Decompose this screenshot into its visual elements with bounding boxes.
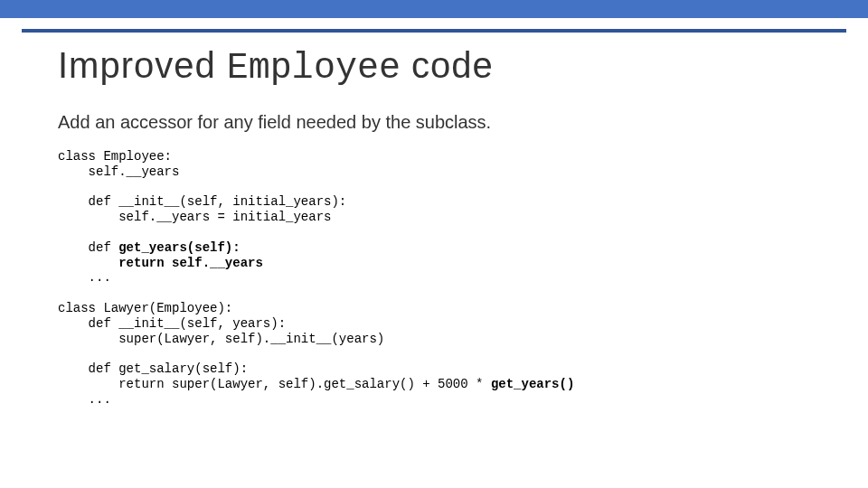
title-mono: Employee: [227, 48, 401, 89]
code-line-part: def: [58, 240, 118, 255]
subtitle: Add an accessor for any field needed by …: [58, 112, 810, 133]
code-line: def __init__(self, initial_years):: [58, 194, 346, 209]
code-line: def __init__(self, years):: [58, 316, 286, 331]
code-line: def get_salary(self):: [58, 361, 248, 376]
title-post: code: [411, 45, 494, 85]
slide: Improved Employee code Add an accessor f…: [0, 0, 868, 488]
title-underline: [22, 29, 846, 33]
content-area: Improved Employee code Add an accessor f…: [0, 45, 868, 408]
code-line: class Employee:: [58, 149, 172, 164]
code-line-bold: get_years(): [491, 377, 574, 391]
title-pre: Improved: [58, 45, 227, 85]
code-line: ...: [58, 392, 111, 407]
title-underline-wrap: [0, 29, 868, 33]
code-line-part: [58, 256, 118, 270]
code-line: self.__years = initial_years: [58, 210, 331, 224]
code-line: self.__years: [58, 164, 179, 179]
code-line: ...: [58, 270, 111, 285]
code-line-bold: get_years(self):: [118, 240, 240, 255]
page-title: Improved Employee code: [58, 45, 810, 89]
top-accent-bar: [0, 0, 868, 18]
code-line-bold: return self.__years: [118, 256, 263, 270]
code-line: class Lawyer(Employee):: [58, 301, 232, 315]
code-line-part: return super(Lawyer, self).get_salary() …: [58, 377, 491, 391]
code-block: class Employee: self.__years def __init_…: [58, 149, 810, 408]
code-line: super(Lawyer, self).__init__(years): [58, 332, 384, 346]
